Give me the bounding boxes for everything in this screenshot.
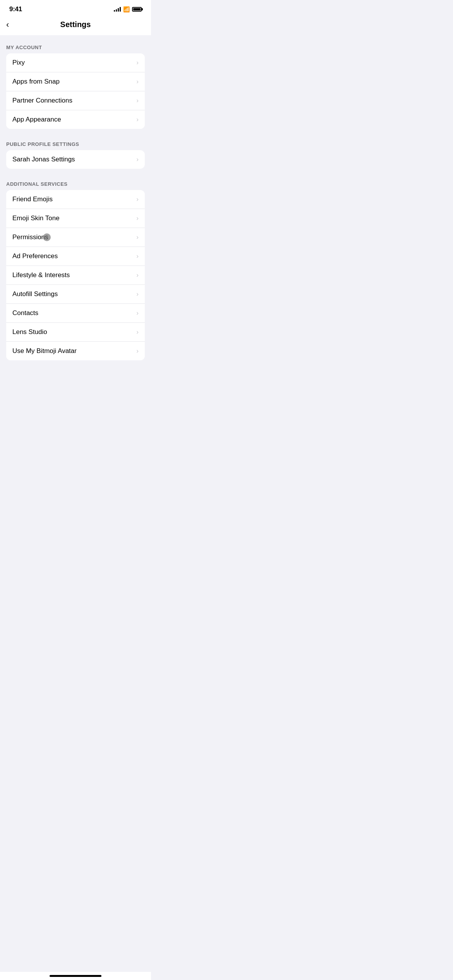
settings-item-permissions[interactable]: Permissions › <box>6 228 145 247</box>
settings-item-autofill-settings[interactable]: Autofill Settings › <box>6 285 145 304</box>
settings-item-apps-from-snap[interactable]: Apps from Snap › <box>6 72 145 91</box>
settings-group-additional-services: Friend Emojis › Emoji Skin Tone › Permis… <box>6 190 145 360</box>
settings-item-app-appearance[interactable]: App Appearance › <box>6 110 145 129</box>
settings-label-apps-from-snap: Apps from Snap <box>12 78 60 86</box>
settings-label-sarah-jonas: Sarah Jonas Settings <box>12 156 75 163</box>
settings-label-contacts: Contacts <box>12 309 38 317</box>
chevron-right-icon: › <box>136 328 139 336</box>
page-title: Settings <box>60 20 91 29</box>
section-header-additional-services: ADDITIONAL SERVICES <box>0 172 151 190</box>
chevron-right-icon: › <box>136 156 139 163</box>
chevron-right-icon: › <box>136 78 139 86</box>
settings-label-app-appearance: App Appearance <box>12 116 61 123</box>
settings-item-contacts[interactable]: Contacts › <box>6 304 145 323</box>
settings-item-friend-emojis[interactable]: Friend Emojis › <box>6 190 145 209</box>
chevron-right-icon: › <box>136 309 139 317</box>
chevron-right-icon: › <box>136 271 139 279</box>
settings-label-ad-preferences: Ad Preferences <box>12 252 58 260</box>
settings-item-sarah-jonas[interactable]: Sarah Jonas Settings › <box>6 150 145 169</box>
settings-label-pixy: Pixy <box>12 59 25 67</box>
chevron-right-icon: › <box>136 233 139 241</box>
settings-label-emoji-skin-tone: Emoji Skin Tone <box>12 214 60 222</box>
chevron-right-icon: › <box>136 252 139 260</box>
settings-item-lens-studio[interactable]: Lens Studio › <box>6 323 145 342</box>
settings-label-autofill-settings: Autofill Settings <box>12 290 58 298</box>
back-button[interactable]: ‹ <box>6 20 9 30</box>
status-bar: 9:41 📶 <box>0 0 151 16</box>
settings-item-emoji-skin-tone[interactable]: Emoji Skin Tone › <box>6 209 145 228</box>
content: MY ACCOUNT Pixy › Apps from Snap › Partn… <box>0 35 151 360</box>
chevron-right-icon: › <box>136 290 139 298</box>
battery-icon <box>132 7 142 12</box>
chevron-right-icon: › <box>136 347 139 355</box>
chevron-right-icon: › <box>136 195 139 203</box>
settings-item-ad-preferences[interactable]: Ad Preferences › <box>6 247 145 266</box>
settings-item-lifestyle-interests[interactable]: Lifestyle & Interests › <box>6 266 145 285</box>
back-chevron-icon: ‹ <box>6 20 9 30</box>
chevron-right-icon: › <box>136 214 139 222</box>
settings-item-pixy[interactable]: Pixy › <box>6 53 145 72</box>
wifi-icon: 📶 <box>123 6 130 12</box>
signal-icon <box>114 7 121 12</box>
settings-label-partner-connections: Partner Connections <box>12 97 72 105</box>
settings-label-permissions: Permissions <box>12 233 48 241</box>
status-icons: 📶 <box>114 6 142 12</box>
chevron-right-icon: › <box>136 59 139 67</box>
nav-header: ‹ Settings <box>0 16 151 35</box>
chevron-right-icon: › <box>136 116 139 123</box>
time-display: 9:41 <box>9 5 22 13</box>
settings-label-lifestyle-interests: Lifestyle & Interests <box>12 271 70 279</box>
settings-item-use-my-bitmoji-avatar[interactable]: Use My Bitmoji Avatar › <box>6 342 145 360</box>
settings-label-lens-studio: Lens Studio <box>12 328 47 336</box>
chevron-right-icon: › <box>136 97 139 105</box>
settings-group-my-account: Pixy › Apps from Snap › Partner Connecti… <box>6 53 145 129</box>
settings-group-public-profile: Sarah Jonas Settings › <box>6 150 145 169</box>
section-header-public-profile: PUBLIC PROFILE SETTINGS <box>0 132 151 150</box>
settings-item-partner-connections[interactable]: Partner Connections › <box>6 91 145 110</box>
settings-label-friend-emojis: Friend Emojis <box>12 195 53 203</box>
section-header-my-account: MY ACCOUNT <box>0 35 151 53</box>
settings-label-use-my-bitmoji-avatar: Use My Bitmoji Avatar <box>12 347 77 355</box>
